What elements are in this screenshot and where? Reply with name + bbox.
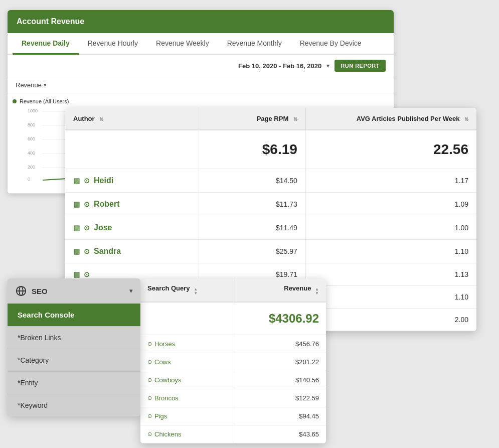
date-arrow[interactable]: ▾ (326, 62, 329, 69)
col-page-rpm[interactable]: Page RPM ⇅ (199, 108, 305, 130)
revenue-filter-dropdown[interactable]: Revenue ▾ (16, 81, 47, 89)
chevron-down-icon: ▾ (129, 287, 132, 294)
seo-keyword[interactable]: *Keyword (8, 394, 140, 416)
col-revenue[interactable]: Revenue ▲▼ (233, 278, 326, 302)
revenue-chickens: $43.65 (233, 425, 326, 443)
date-range: Feb 10, 2020 - Feb 16, 2020 (238, 62, 321, 70)
search-table-card: Search Query ▲▼ Revenue ▲▼ $4306.92 ⊙ Ho… (140, 278, 326, 443)
tab-revenue-by-device[interactable]: Revenue By Device (291, 33, 371, 55)
table-row: ▤ ⊙ Jose $11.49 1.00 (65, 216, 476, 240)
clock-icon-cowboys: ⊙ (147, 377, 152, 383)
search-query-chickens: ⊙ Chickens (140, 425, 233, 443)
sort-query-icon: ▲▼ (194, 287, 198, 295)
sort-avg-icon: ⇅ (464, 116, 468, 122)
search-total-query-cell (140, 302, 233, 335)
run-report-button[interactable]: RUN REPORT (335, 60, 386, 72)
revenue-tabs: Revenue Daily Revenue Hourly Revenue Wee… (8, 33, 394, 55)
search-table-row: ⊙ Cowboys $140.56 (140, 371, 326, 389)
col-author[interactable]: Author ⇅ (65, 108, 199, 130)
clock-icon-sandra: ⊙ (84, 247, 90, 255)
avg-robert: 1.09 (305, 193, 476, 216)
svg-text:1000: 1000 (28, 108, 38, 113)
chart-dot (13, 99, 17, 103)
main-table-header-row: Author ⇅ Page RPM ⇅ AVG Articles Publish… (65, 108, 476, 130)
clock-icon-cows: ⊙ (147, 359, 152, 365)
tab-revenue-hourly[interactable]: Revenue Hourly (79, 33, 147, 55)
sort-rpm-icon: ⇅ (293, 116, 297, 122)
revenue-pigs: $94.45 (233, 407, 326, 425)
total-avg-articles: 22.56 (305, 130, 476, 169)
clock-icon-jose: ⊙ (84, 224, 90, 232)
table-icon-heidi: ▤ (73, 177, 80, 185)
search-query-cows: ⊙ Cows (140, 353, 233, 371)
chart-legend: Revenue (All Users) (13, 98, 389, 104)
rpm-robert: $11.73 (199, 193, 305, 216)
revenue-cows: $201.22 (233, 353, 326, 371)
search-query-horses: ⊙ Horses (140, 335, 233, 353)
seo-panel: SEO ▾ Search Console *Broken Links *Cate… (8, 278, 140, 416)
seo-label: SEO (32, 287, 48, 295)
filter-label: Revenue (16, 81, 42, 89)
clock-icon-robert: ⊙ (84, 200, 90, 208)
seo-category[interactable]: *Category (8, 349, 140, 371)
avg-7: 2.00 (305, 309, 476, 331)
seo-broken-links[interactable]: *Broken Links (8, 326, 140, 349)
search-table-row: ⊙ Broncos $122.59 (140, 389, 326, 407)
globe-icon (16, 285, 27, 296)
search-query-pigs: ⊙ Pigs (140, 407, 233, 425)
total-page-rpm: $6.19 (199, 130, 305, 169)
search-query-cowboys: ⊙ Cowboys (140, 371, 233, 389)
revenue-horses: $456.76 (233, 335, 326, 353)
search-query-broncos: ⊙ Broncos (140, 389, 233, 407)
clock-icon-horses: ⊙ (147, 341, 152, 347)
seo-search-console[interactable]: Search Console (8, 304, 140, 326)
avg-jose: 1.00 (305, 216, 476, 240)
search-table-row: ⊙ Chickens $43.65 (140, 425, 326, 443)
table-icon-5: ▤ (73, 270, 80, 278)
seo-header[interactable]: SEO ▾ (8, 278, 140, 304)
rpm-jose: $11.49 (199, 216, 305, 240)
revenue-cowboys: $140.56 (233, 371, 326, 389)
svg-text:200: 200 (28, 165, 35, 170)
search-total-revenue: $4306.92 (233, 302, 326, 335)
revenue-toolbar: Feb 10, 2020 - Feb 16, 2020 ▾ RUN REPORT (8, 55, 394, 77)
svg-text:0: 0 (28, 177, 30, 182)
avg-heidi: 1.17 (305, 169, 476, 193)
rpm-sandra: $25.97 (199, 240, 305, 263)
table-icon-sandra: ▤ (73, 247, 80, 255)
tab-revenue-daily[interactable]: Revenue Daily (13, 33, 79, 55)
account-revenue-title: Account Revenue (17, 17, 84, 26)
total-author-cell (65, 130, 199, 169)
main-total-row: $6.19 22.56 (65, 130, 476, 169)
avg-5: 1.13 (305, 263, 476, 286)
search-table-row: ⊙ Horses $456.76 (140, 335, 326, 353)
author-cell-heidi: ▤ ⊙ Heidi (65, 169, 199, 193)
table-icon-jose: ▤ (73, 224, 80, 232)
author-cell-jose: ▤ ⊙ Jose (65, 216, 199, 240)
clock-icon-broncos: ⊙ (147, 395, 152, 401)
tab-revenue-monthly[interactable]: Revenue Monthly (218, 33, 291, 55)
col-avg-articles[interactable]: AVG Articles Published Per Week ⇅ (305, 108, 476, 130)
sort-revenue-icon: ▲▼ (315, 287, 319, 295)
author-cell-sandra: ▤ ⊙ Sandra (65, 240, 199, 263)
account-revenue-header: Account Revenue (8, 10, 394, 33)
clock-icon-5: ⊙ (84, 270, 90, 278)
clock-icon-chickens: ⊙ (147, 431, 152, 437)
table-row: ▤ ⊙ Sandra $25.97 1.10 (65, 240, 476, 263)
table-row: ▤ ⊙ Heidi $14.50 1.17 (65, 169, 476, 193)
tab-revenue-weekly[interactable]: Revenue Weekly (147, 33, 218, 55)
revenue-filter-row: Revenue ▾ (8, 77, 394, 93)
table-row: ▤ ⊙ Robert $11.73 1.09 (65, 193, 476, 216)
chart-legend-label: Revenue (All Users) (20, 98, 69, 104)
search-table-row: ⊙ Cows $201.22 (140, 353, 326, 371)
search-table-row: ⊙ Pigs $94.45 (140, 407, 326, 425)
sort-author-icon: ⇅ (99, 116, 103, 122)
svg-text:400: 400 (28, 151, 35, 156)
author-cell-robert: ▤ ⊙ Robert (65, 193, 199, 216)
search-total-row: $4306.92 (140, 302, 326, 335)
svg-text:600: 600 (28, 136, 35, 141)
col-search-query[interactable]: Search Query ▲▼ (140, 278, 233, 302)
clock-icon-heidi: ⊙ (84, 177, 90, 185)
seo-entity[interactable]: *Entity (8, 371, 140, 394)
avg-6: 1.10 (305, 286, 476, 309)
